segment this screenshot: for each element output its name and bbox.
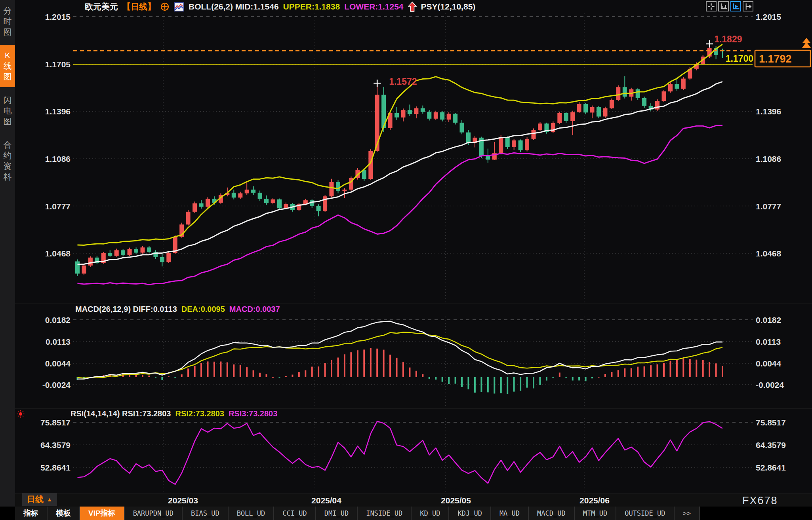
svg-text:0.0182: 0.0182	[756, 315, 781, 325]
header-segment-8: PSY(12,10,85)	[421, 2, 476, 11]
indicator-tabbar: 指标模板VIP指标BARUPDN_UDBIAS_UDBOLL_UDCCI_UDD…	[0, 507, 812, 520]
svg-text:1.1792: 1.1792	[759, 53, 792, 65]
tab-kdud[interactable]: KD_UD	[412, 507, 449, 520]
svg-text:1.1705: 1.1705	[45, 60, 71, 69]
tab->>[interactable]: >>	[675, 507, 700, 520]
svg-text:1.2015: 1.2015	[756, 12, 782, 21]
tab-bollud[interactable]: BOLL_UD	[229, 507, 274, 520]
rsi-segment-2: RSI3:73.2803	[229, 409, 277, 418]
price-up-arrow-icon	[802, 38, 811, 48]
tab-outsideud[interactable]: OUTSIDE_UD	[616, 507, 674, 520]
macd-header: MACD(26,12,9) DIFF:0.0113DEA:0.0095MACD:…	[75, 305, 280, 314]
svg-text:0.0182: 0.0182	[45, 315, 71, 325]
blink-dot-icon	[17, 410, 25, 419]
rsi-segment-1: RSI2:73.2803	[175, 409, 224, 418]
svg-text:2025/04: 2025/04	[311, 496, 341, 505]
tab-vip指标[interactable]: VIP指标	[80, 507, 125, 520]
svg-text:52.8641: 52.8641	[40, 463, 71, 472]
svg-text:1.0468: 1.0468	[45, 249, 71, 258]
header-segment-5: UPPER:1.1838	[283, 2, 340, 11]
svg-text:1.1396: 1.1396	[756, 107, 781, 116]
macd-segment-0: MACD(26,12,9) DIFF:0.0113	[75, 305, 177, 314]
tab-insideud[interactable]: INSIDE_UD	[358, 507, 412, 520]
svg-text:0.0044: 0.0044	[756, 359, 782, 368]
macd-segment-2: MACD:0.0037	[229, 305, 280, 314]
svg-text:64.3579: 64.3579	[40, 440, 71, 450]
svg-text:1.2015: 1.2015	[45, 12, 71, 21]
chart-toolbar	[706, 1, 753, 11]
tab-barupdnud[interactable]: BARUPDN_UD	[125, 507, 183, 520]
svg-text:1.1700: 1.1700	[726, 53, 753, 64]
tool-axes-icon[interactable]	[718, 1, 729, 11]
svg-text:0.0113: 0.0113	[46, 337, 71, 346]
sidebar-item-0[interactable]: 分时图	[0, 0, 15, 42]
svg-text:0.0044: 0.0044	[45, 359, 71, 368]
rsi-segment-0: RSI(14,14,14) RSI1:73.2803	[71, 409, 171, 418]
tab-cciud[interactable]: CCI_UD	[274, 507, 316, 520]
macd-histogram	[77, 348, 724, 394]
tool-shift-icon[interactable]	[743, 1, 753, 11]
svg-text:2025/05: 2025/05	[441, 496, 471, 505]
rsi-header: RSI(14,14,14) RSI1:73.2803RSI2:73.2803RS…	[71, 409, 277, 418]
chart-header: 欧元美元【日线】BOLL(26,2) MID:1.1546UPPER:1.183…	[85, 1, 475, 12]
tool-play-axes-icon[interactable]	[730, 1, 741, 11]
svg-text:1.0777: 1.0777	[756, 202, 781, 211]
tab-macdud[interactable]: MACD_UD	[529, 507, 575, 520]
triangle-up-icon: ▲	[47, 496, 52, 503]
tab-dmiud[interactable]: DMI_UD	[316, 507, 358, 520]
header-segment-0: 欧元美元	[85, 1, 118, 12]
tab-mtmud[interactable]: MTM_UD	[575, 507, 616, 520]
fx678-chart-app: { "window": { "watermark": "FX678" }, "s…	[0, 0, 812, 520]
svg-text:2025/06: 2025/06	[579, 496, 610, 505]
svg-text:1.1572: 1.1572	[389, 76, 417, 87]
svg-text:1.0777: 1.0777	[45, 202, 71, 211]
left-sidebar: 分时图K线图闪电图合约资料	[0, 0, 15, 507]
svg-text:64.3579: 64.3579	[756, 440, 786, 450]
tab-模板[interactable]: 模板	[48, 507, 80, 520]
tab-maud[interactable]: MA_UD	[491, 507, 529, 520]
svg-text:1.0468: 1.0468	[756, 249, 782, 258]
sidebar-item-2[interactable]: 闪电图	[0, 89, 15, 132]
svg-text:75.8517: 75.8517	[756, 418, 786, 427]
up-arrow-icon	[408, 2, 417, 12]
svg-text:1.1829: 1.1829	[714, 34, 742, 44]
svg-text:2025/03: 2025/03	[168, 496, 198, 505]
sidebar-item-1[interactable]: K线图	[0, 45, 15, 87]
svg-text:-0.0024: -0.0024	[756, 380, 784, 389]
header-segment-6: LOWER:1.1254	[344, 2, 403, 11]
tab-biasud[interactable]: BIAS_UD	[183, 507, 229, 520]
period-selector[interactable]: 日线 ▲	[22, 493, 57, 506]
macd-segment-1: DEA:0.0095	[181, 305, 225, 314]
header-segment-1: 【日线】	[122, 1, 156, 12]
period-label: 日线	[27, 494, 44, 505]
svg-text:1.1086: 1.1086	[756, 154, 781, 163]
svg-text:0.0113: 0.0113	[756, 337, 781, 346]
tab-kdjud[interactable]: KDJ_UD	[449, 507, 491, 520]
svg-text:1.1086: 1.1086	[45, 154, 71, 163]
header-segment-4: BOLL(26,2) MID:1.1546	[189, 2, 279, 11]
watermark: FX678	[742, 495, 778, 507]
sidebar-item-3[interactable]: 合约资料	[0, 134, 15, 187]
svg-text:1.1396: 1.1396	[45, 107, 71, 116]
svg-text:75.8517: 75.8517	[40, 418, 71, 427]
svg-text:-0.0024: -0.0024	[42, 380, 71, 389]
current-price-box: 1.1792	[755, 50, 810, 67]
tool-move-icon[interactable]	[706, 1, 717, 11]
svg-text:52.8641: 52.8641	[756, 463, 786, 472]
mini-chart-icon	[174, 2, 184, 11]
chart-canvas[interactable]: 2025/032025/042025/052025/061.20151.2015…	[0, 0, 812, 507]
tab-指标[interactable]: 指标	[15, 507, 48, 520]
crosshair-orb-icon[interactable]	[160, 2, 170, 11]
tabbar-lead-spacer	[0, 507, 15, 520]
tabbar-spacer	[700, 507, 812, 520]
